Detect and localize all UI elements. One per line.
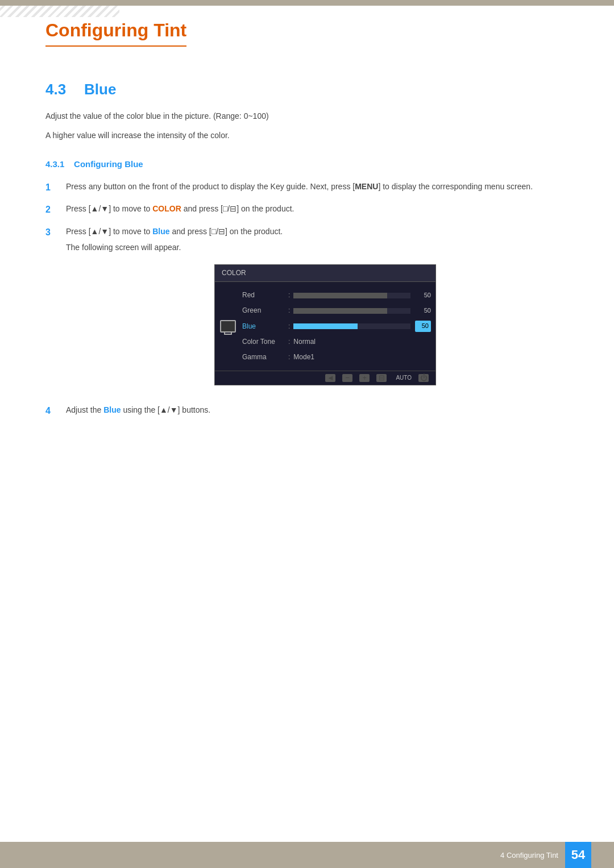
subsection-number: 4.3.1 (45, 159, 64, 169)
menu-item-red-bar (293, 293, 410, 298)
step-2-number: 2 (45, 202, 61, 217)
menu-item-gamma-val: Mode1 (293, 352, 314, 363)
color-highlight: COLOR (152, 204, 181, 213)
top-bar (0, 0, 614, 6)
menu-item-blue-label: Blue (242, 321, 285, 332)
menu-item-blue-fill (293, 323, 358, 329)
footer-btn-minus: − (342, 374, 352, 382)
menu-item-red-label: Red (242, 290, 285, 301)
footer-btn-plus: + (359, 374, 370, 382)
menu-item-blue: Blue : 50 (242, 318, 431, 334)
step-4-number: 4 (45, 404, 61, 418)
menu-item-colortone-label: Color Tone (242, 337, 285, 347)
step-3: 3 Press [▲/▼] to move to Blue and press … (45, 225, 569, 396)
menu-item-green-fill (293, 308, 387, 314)
footer-btn-enter: ⊟ (376, 374, 387, 382)
section-title: Blue (84, 81, 116, 98)
menu-item-colortone-val: Normal (293, 337, 316, 347)
steps-list: 1 Press any button on the front of the p… (45, 180, 569, 418)
step-4: 4 Adjust the Blue using the [▲/▼] button… (45, 404, 569, 418)
page-number: 54 (565, 842, 591, 868)
step-3-sub-note: The following screen will appear. (66, 241, 569, 254)
step-1-content: Press any button on the front of the pro… (66, 180, 569, 193)
step-1-number: 1 (45, 180, 61, 195)
section-number: 4.3 (45, 81, 74, 98)
menu-item-green-label: Green (242, 305, 285, 316)
menu-item-green-val: 50 (415, 306, 431, 316)
menu-item-gamma: Gamma : Mode1 (242, 350, 431, 365)
monitor-icon (220, 320, 236, 333)
menu-item-colortone: Color Tone : Normal (242, 334, 431, 350)
description-2: A higher value will increase the intensi… (45, 129, 569, 142)
subsection-title: Configuring Blue (74, 159, 143, 169)
screen-footer: ◄ − + ⊟ AUTO ⏻ (215, 371, 435, 385)
blue-highlight-step3: Blue (152, 227, 169, 236)
step-3-number: 3 (45, 225, 61, 240)
description-1: Adjust the value of the color blue in th… (45, 110, 569, 122)
screen-menu: Red : 50 Green : (238, 288, 435, 365)
subsection-heading: 4.3.1 Configuring Blue (45, 159, 569, 169)
step-1: 1 Press any button on the front of the p… (45, 180, 569, 195)
footer-auto-label: AUTO (396, 373, 412, 383)
menu-item-red: Red : 50 (242, 288, 431, 303)
menu-item-green: Green : 50 (242, 303, 431, 318)
footer-text: 4 Configuring Tint (500, 851, 558, 859)
footer-btn-left: ◄ (325, 374, 335, 382)
menu-item-green-bar (293, 308, 410, 314)
menu-item-red-val: 50 (415, 290, 431, 301)
blue-highlight-step4: Blue (103, 405, 121, 414)
menu-key: MENU (355, 182, 378, 191)
screen-header: COLOR (215, 265, 435, 282)
screen-mockup-container: COLOR Red : (82, 264, 569, 386)
section-heading: 4.3 Blue (45, 81, 569, 98)
page-title: Configuring Tint (45, 20, 186, 47)
screen-body: Red : 50 Green : (215, 282, 435, 371)
step-4-content: Adjust the Blue using the [▲/▼] buttons. (66, 404, 569, 416)
step-3-content: Press [▲/▼] to move to Blue and press [□… (66, 225, 569, 396)
menu-item-blue-val: 50 (415, 321, 431, 332)
step-2-content: Press [▲/▼] to move to COLOR and press [… (66, 202, 569, 215)
step-2: 2 Press [▲/▼] to move to COLOR and press… (45, 202, 569, 217)
menu-item-blue-bar (293, 323, 410, 329)
footer-btn-power: ⏻ (418, 374, 429, 382)
menu-item-gamma-label: Gamma (242, 352, 285, 363)
screen-mockup: COLOR Red : (214, 264, 436, 386)
menu-item-red-fill (293, 293, 387, 298)
monitor-icon-container (215, 288, 238, 365)
page-footer: 4 Configuring Tint 54 (0, 842, 614, 868)
